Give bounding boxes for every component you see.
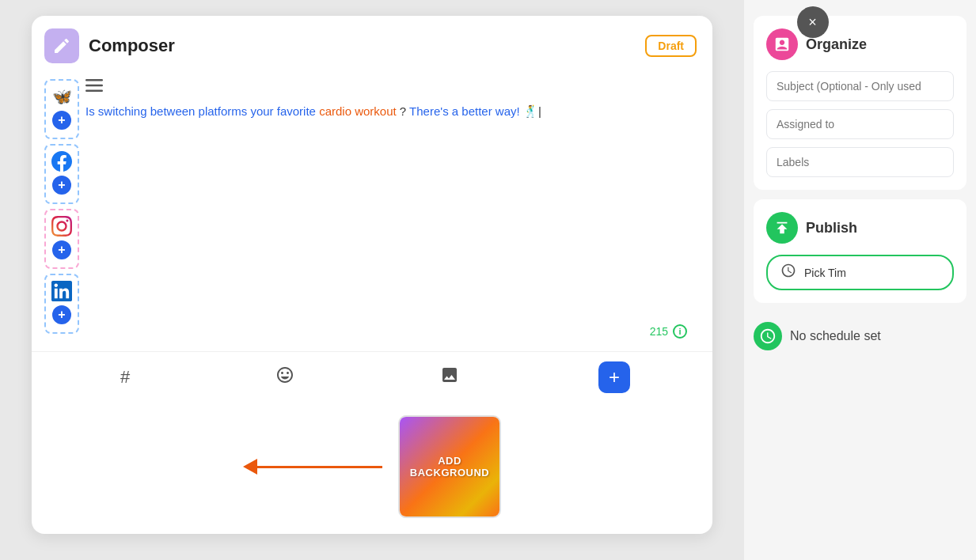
- publish-icon: [766, 212, 798, 244]
- add-linkedin-button[interactable]: +: [52, 305, 71, 324]
- media-button[interactable]: [434, 362, 465, 392]
- add-content-button[interactable]: +: [598, 361, 630, 393]
- platform-group-instagram: +: [44, 209, 79, 269]
- composer-header: Composer Draft: [32, 16, 712, 73]
- organize-title: Organize: [806, 36, 867, 53]
- post-text-area[interactable]: Is switching between platforms your favo…: [85, 102, 700, 197]
- svg-rect-2: [85, 90, 103, 93]
- composer-body: 🦋 + +: [32, 73, 712, 345]
- composer-card: Composer Draft 🦋 +: [32, 16, 712, 534]
- publish-header: Publish: [766, 212, 954, 244]
- image-preview-area: ADD BACKGROUND: [32, 403, 712, 534]
- no-schedule-icon: [754, 322, 782, 350]
- svg-rect-1: [85, 85, 103, 87]
- arrow-indicator: [243, 459, 382, 475]
- pick-time-button[interactable]: Pick Tim: [766, 255, 954, 290]
- composer-title: Composer: [89, 36, 175, 56]
- composer-panel: Composer Draft 🦋 +: [0, 0, 744, 560]
- organize-header: Organize: [766, 28, 954, 60]
- close-button[interactable]: ×: [797, 6, 829, 38]
- no-schedule-area: No schedule set: [744, 312, 976, 360]
- main-layout: × Composer Draft: [0, 0, 976, 560]
- no-schedule-label: No schedule set: [790, 329, 881, 343]
- image-thumb-background: ADD BACKGROUND: [400, 417, 499, 516]
- instagram-icon: [49, 214, 74, 239]
- svg-rect-0: [85, 79, 103, 81]
- composer-icon: [44, 28, 79, 63]
- linkedin-icon: [49, 278, 74, 304]
- platform-group-bluesky: 🦋 +: [44, 79, 79, 139]
- pick-time-label: Pick Tim: [804, 267, 846, 279]
- char-count: 215 i: [650, 324, 687, 339]
- publish-section: Publish Pick Tim: [754, 199, 967, 303]
- organize-panel: Organize Publish Pick Tim: [744, 0, 976, 560]
- draft-badge: Draft: [645, 35, 697, 57]
- platform-group-facebook: +: [44, 144, 79, 204]
- arrow-shaft: [256, 466, 382, 468]
- assigned-to-field[interactable]: [766, 109, 954, 139]
- composer-toolbar: # +: [32, 351, 712, 403]
- publish-title: Publish: [806, 220, 857, 236]
- image-thumb-label: ADD BACKGROUND: [410, 455, 489, 479]
- facebook-icon: [49, 149, 74, 174]
- add-facebook-button[interactable]: +: [52, 176, 71, 195]
- organize-icon: [766, 28, 798, 60]
- clock-icon: [780, 263, 796, 282]
- image-thumbnail[interactable]: ADD BACKGROUND: [398, 415, 501, 518]
- subject-field[interactable]: [766, 71, 954, 101]
- hashtag-button[interactable]: #: [114, 364, 136, 391]
- text-area-wrap: Is switching between platforms your favo…: [79, 73, 700, 345]
- labels-field[interactable]: [766, 147, 954, 177]
- menu-icon[interactable]: [85, 79, 700, 96]
- platform-group-linkedin: +: [44, 274, 79, 334]
- add-instagram-button[interactable]: +: [52, 240, 71, 259]
- add-bluesky-button[interactable]: +: [52, 111, 71, 130]
- emoji-button[interactable]: [269, 362, 301, 392]
- platform-sidebar: 🦋 + +: [44, 73, 79, 345]
- organize-section: Organize: [754, 16, 967, 190]
- bluesky-icon: 🦋: [49, 84, 74, 109]
- info-icon[interactable]: i: [673, 324, 687, 339]
- composer-title-group: Composer: [44, 28, 175, 63]
